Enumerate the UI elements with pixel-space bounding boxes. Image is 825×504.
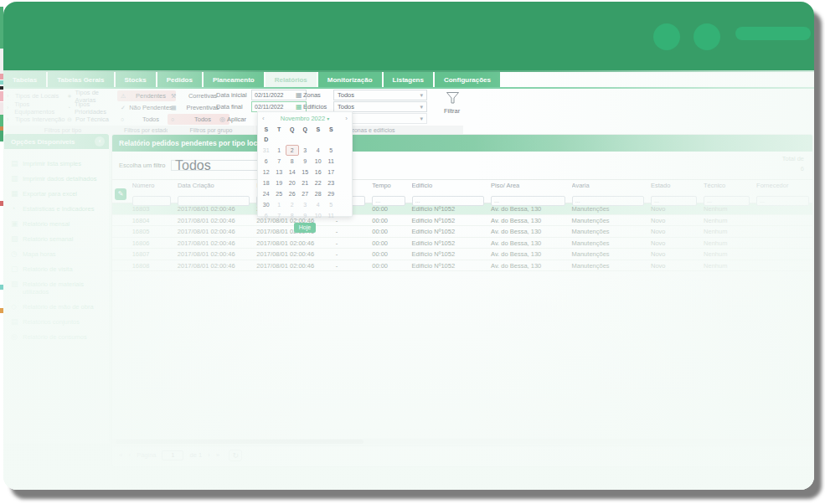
table-row[interactable]: 16804 2017/08/01 02:00:46 2017/08/01 02:… xyxy=(112,215,812,227)
sidebar-item[interactable]: ▣ Relatório mensal xyxy=(4,216,109,231)
calendar-day[interactable]: 22 xyxy=(312,177,325,188)
calendar-day-grid: 3112345678910111213141516171819202122232… xyxy=(258,145,352,221)
calendar-day[interactable]: 2 xyxy=(286,199,299,210)
tab[interactable]: Tabelas xyxy=(3,72,46,87)
calendar-day[interactable]: 9 xyxy=(299,156,312,167)
last-page-icon[interactable]: » xyxy=(216,451,219,459)
calendar-day[interactable]: 18 xyxy=(260,177,273,188)
sidebar-item[interactable]: ▤ Imprimir lista simples xyxy=(4,156,109,171)
calendar-day[interactable]: 3 xyxy=(299,145,312,156)
tab[interactable]: Monitorização xyxy=(318,72,382,87)
collapse-sidebar-icon[interactable]: ‹ xyxy=(95,136,105,147)
prev-month-icon[interactable]: ‹ xyxy=(262,115,271,122)
horizontal-scrollbar[interactable] xyxy=(112,439,813,445)
calendar-day[interactable]: 30 xyxy=(260,199,273,210)
tab[interactable]: Listagens xyxy=(384,72,433,87)
calendar-day[interactable]: 25 xyxy=(273,188,286,199)
calendar-day[interactable]: 21 xyxy=(299,177,312,188)
sidebar-item[interactable]: ◇ Relatório de mão de obra xyxy=(4,299,109,314)
sidebar-item[interactable]: ▨ Relatório semanal xyxy=(4,231,109,246)
calendar-day[interactable]: 6 xyxy=(260,156,273,167)
calendar-day[interactable]: 9 xyxy=(299,210,312,221)
sidebar-item[interactable]: ◷ Mapa horas xyxy=(4,246,109,261)
calendar-day[interactable]: 1 xyxy=(273,199,286,210)
calendar-day[interactable]: 7 xyxy=(273,156,286,167)
calendar-day[interactable]: 4 xyxy=(312,199,325,210)
calendar-day[interactable]: 11 xyxy=(325,156,338,167)
calendar-day[interactable]: 13 xyxy=(273,167,286,177)
calendar-day[interactable]: 29 xyxy=(325,188,338,199)
calendar-day[interactable]: 16 xyxy=(312,167,325,177)
table-row[interactable]: 16806 2017/08/01 02:00:46 2017/08/01 02:… xyxy=(112,238,812,249)
table-row[interactable]: 16808 2017/08/01 02:00:46 2017/08/01 02:… xyxy=(112,260,812,272)
calendar-day[interactable]: 27 xyxy=(299,188,312,199)
calendar-day[interactable]: 26 xyxy=(286,188,299,199)
tab[interactable]: Stocks xyxy=(116,72,156,87)
edit-filter-icon[interactable]: ✎ xyxy=(115,188,126,200)
zonas-dropdown[interactable]: Todos ▾ xyxy=(333,90,427,100)
screenshot-stage: TabelasTabelas GeraisStocksPedidosPlanea… xyxy=(0,0,825,504)
calendar-day[interactable]: 5 xyxy=(325,199,338,210)
calendar-icon[interactable]: ▦ xyxy=(296,103,303,111)
next-page-icon[interactable]: › xyxy=(208,451,210,459)
filter-tipos-intervencao[interactable]: › Tipos Intervenção xyxy=(7,114,67,125)
choose-filter-dropdown[interactable]: Todos ▾ xyxy=(171,160,265,171)
next-month-icon[interactable]: › xyxy=(339,115,348,122)
filtrar-label: Filtrar xyxy=(444,107,460,115)
calendar-day[interactable]: 8 xyxy=(286,156,299,167)
calendar-day[interactable]: 28 xyxy=(312,188,325,199)
tab[interactable]: Pedidos xyxy=(157,72,202,87)
calendar-day[interactable]: 2 xyxy=(286,145,299,156)
sidebar-item[interactable]: ▢ Relatório de visita xyxy=(4,261,109,276)
sidebar-item[interactable]: ▤ Relatórios conjuntos xyxy=(4,314,109,329)
tab[interactable]: Planeamento xyxy=(204,72,264,87)
calendar-day[interactable]: 14 xyxy=(286,167,299,177)
calendar-day[interactable]: 1 xyxy=(273,145,286,156)
filter-tipos-equipamentos[interactable]: › Tipos Equipamentos xyxy=(7,102,67,113)
calendar-day[interactable]: 24 xyxy=(260,188,273,199)
filter-tipos-prioridades[interactable]: ◔ Tipos Prioridades xyxy=(67,102,119,113)
calendar-day[interactable]: 12 xyxy=(260,167,273,177)
calendar-day[interactable]: 6 xyxy=(260,210,273,221)
table-row[interactable]: 16805 2017/08/01 02:00:46 2017/08/01 02:… xyxy=(112,226,812,238)
calendar-grid-icon: ▦ xyxy=(171,105,179,111)
calendar-day[interactable]: 23 xyxy=(325,177,338,188)
calendar-day[interactable]: 11 xyxy=(325,210,338,221)
filter-funnel-icon[interactable] xyxy=(446,91,460,106)
sidebar-item[interactable]: ▥ Imprimir dados detalhados xyxy=(4,171,109,186)
weekday-label: Q xyxy=(299,125,312,135)
calendar-day[interactable]: 3 xyxy=(299,199,312,210)
prev-page-icon[interactable]: ‹ xyxy=(128,451,131,459)
circle-icon: ○ xyxy=(171,116,179,122)
calendar-day[interactable]: 10 xyxy=(312,156,325,167)
calendar-day[interactable]: 8 xyxy=(286,210,299,221)
calendar-day[interactable]: 7 xyxy=(273,210,286,221)
sidebar-item[interactable]: ▧ Relatório de materiais utilizados xyxy=(4,276,109,299)
page-input[interactable] xyxy=(162,450,183,460)
calendar-day[interactable]: 19 xyxy=(273,177,286,188)
calendar-day[interactable]: 31 xyxy=(260,145,273,156)
scrollbar-thumb[interactable] xyxy=(116,440,364,444)
calendar-day[interactable]: 5 xyxy=(325,145,338,156)
tab[interactable]: Tabelas Gerais xyxy=(48,72,113,87)
calendar-day[interactable]: 17 xyxy=(325,167,338,177)
today-button[interactable]: Hoje xyxy=(294,223,316,233)
tab[interactable]: Relatórios xyxy=(266,72,317,87)
calendar-day[interactable]: 15 xyxy=(299,167,312,177)
first-page-icon[interactable]: « xyxy=(119,451,122,459)
calendar-day[interactable]: 4 xyxy=(312,145,325,156)
sidebar-item[interactable]: ◔ Estatísticas e Indicadores xyxy=(4,201,109,216)
chevron-icon: › xyxy=(7,93,15,99)
filter-por-tecnica[interactable]: ⊖ Por Técnica xyxy=(67,114,119,125)
calendar-icon[interactable]: ▦ xyxy=(296,91,303,99)
table-row[interactable]: 16803 2017/08/01 02:00:46 2017/08/01 02:… xyxy=(112,203,812,215)
refresh-icon[interactable]: ↻ xyxy=(229,450,242,461)
calendar-day[interactable]: 20 xyxy=(286,177,299,188)
tab[interactable]: Configurações xyxy=(435,72,500,87)
sidebar-item[interactable]: ◎ Relatório de consumos xyxy=(4,329,109,344)
sidebar-item[interactable]: ▦ Exportar para excel xyxy=(4,186,109,201)
menu-placeholder-pill xyxy=(735,27,811,40)
calendar-day[interactable]: 10 xyxy=(312,210,325,221)
table-row[interactable]: 16807 2017/08/01 02:00:46 2017/08/01 02:… xyxy=(112,249,812,260)
calendar-month-title[interactable]: Novembro 2022 ▾ xyxy=(271,115,339,122)
